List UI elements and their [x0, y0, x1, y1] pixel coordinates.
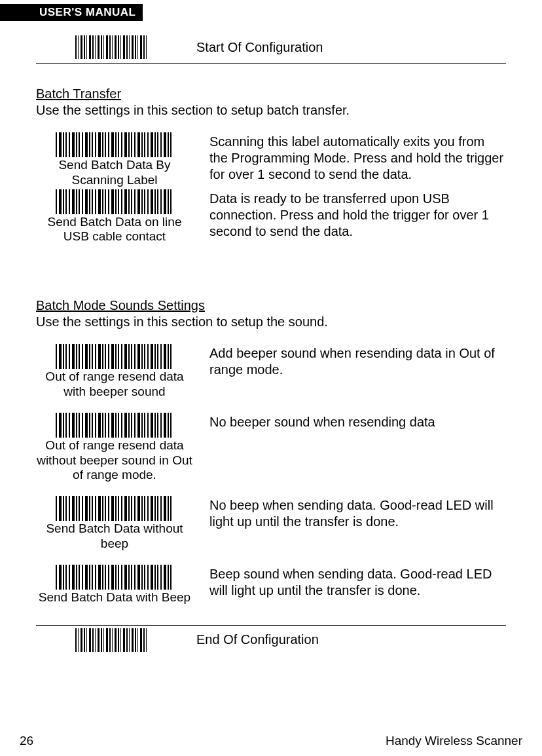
item-label: Out of range resend data with beeper sou…: [36, 369, 193, 400]
barcode-icon: [56, 344, 173, 369]
item-label: Send Batch Data with Beep: [36, 590, 193, 605]
config-item: Out of range resend data with beeper sou…: [36, 344, 506, 400]
end-config-row: End Of Configuration: [36, 625, 506, 656]
barcode-icon: [56, 189, 173, 214]
barcode-icon: [75, 628, 147, 652]
config-item: Send Batch Data on line USB cable contac…: [36, 189, 506, 245]
sounds-section: Batch Mode Sounds Settings Use the setti…: [36, 298, 506, 605]
barcode-icon: [75, 35, 147, 59]
item-label: Send Batch Data without beep: [36, 521, 193, 552]
barcode-icon: [56, 413, 173, 438]
item-desc: Scanning this label automatically exits …: [209, 132, 506, 183]
section-title: Batch Mode Sounds Settings: [36, 298, 506, 313]
item-desc: No beeper sound when resending data: [209, 413, 506, 430]
config-item: Out of range resend data without beeper …: [36, 413, 506, 483]
item-desc: Beep sound when sending data. Good-read …: [209, 565, 506, 599]
section-intro: Use the settings in this section to setu…: [36, 314, 506, 330]
batch-transfer-section: Batch Transfer Use the settings in this …: [36, 86, 506, 244]
barcode-icon: [56, 496, 173, 521]
item-label: Send Batch Data By Scanning Label: [36, 158, 193, 188]
item-desc: Data is ready to be transferred upon USB…: [209, 189, 506, 240]
config-item: Send Batch Data without beep No beep whe…: [36, 496, 506, 552]
item-label: Out of range resend data without beeper …: [36, 438, 193, 483]
item-desc: No beep when sending data. Good-read LED…: [209, 496, 506, 530]
header-tab: USER'S MANUAL: [0, 4, 143, 21]
config-item: Send Batch Data By Scanning Label Scanni…: [36, 132, 506, 188]
section-title: Batch Transfer: [36, 86, 506, 102]
start-config-row: Start Of Configuration: [36, 33, 506, 64]
section-intro: Use the settings in this section to setu…: [36, 103, 506, 118]
barcode-icon: [56, 565, 173, 590]
header-title: USER'S MANUAL: [39, 6, 136, 18]
item-desc: Add beeper sound when resending data in …: [209, 344, 506, 378]
page-number: 26: [20, 734, 33, 748]
product-name: Handy Wireless Scanner: [386, 734, 522, 748]
end-config-label: End Of Configuration: [196, 632, 319, 647]
config-item: Send Batch Data with Beep Beep sound whe…: [36, 565, 506, 605]
page-footer: 26 Handy Wireless Scanner: [0, 734, 542, 748]
item-label: Send Batch Data on line USB cable contac…: [36, 215, 193, 245]
barcode-icon: [56, 132, 173, 157]
start-config-label: Start Of Configuration: [196, 40, 323, 55]
